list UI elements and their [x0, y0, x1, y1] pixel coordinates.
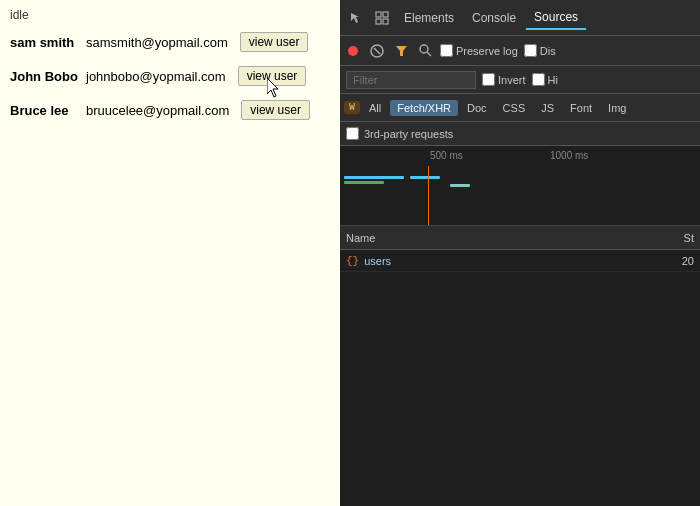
- user-row-2: John Bobo johnbobo@yopmail.com view user: [10, 66, 330, 86]
- w-badge[interactable]: W: [344, 101, 360, 114]
- svg-rect-3: [383, 19, 388, 24]
- svg-point-8: [420, 45, 428, 53]
- svg-marker-7: [396, 46, 407, 56]
- user-row-3: Bruce lee bruucelee@yopmail.com view use…: [10, 100, 330, 120]
- timeline-ruler: 500 ms 1000 ms: [340, 146, 700, 164]
- user-email-1: samsmith@yopmail.com: [86, 35, 228, 50]
- timeline-bar-1: [344, 176, 404, 179]
- devtools-panel: Elements Console Sources: [340, 0, 700, 506]
- timeline-bars: [340, 166, 700, 226]
- tab-console[interactable]: Console: [464, 7, 524, 29]
- type-btn-doc[interactable]: Doc: [460, 100, 494, 116]
- user-email-2: johnbobo@yopmail.com: [86, 69, 226, 84]
- third-party-row: 3rd-party requests: [340, 122, 700, 146]
- view-user-button-2[interactable]: view user: [238, 66, 307, 86]
- svg-rect-0: [376, 12, 381, 17]
- type-filter-bar: W All Fetch/XHR Doc CSS JS Font Img: [340, 94, 700, 122]
- hi-checkbox[interactable]: [532, 73, 545, 86]
- timeline-bar-3: [410, 176, 440, 179]
- timeline-area: 500 ms 1000 ms: [340, 146, 700, 226]
- type-btn-css[interactable]: CSS: [496, 100, 533, 116]
- ruler-mark-500: 500 ms: [430, 150, 463, 161]
- net-col-name-header: Name: [346, 232, 664, 244]
- left-panel: idle sam smith samsmith@yopmail.com view…: [0, 0, 340, 506]
- dis-label: Dis: [524, 44, 556, 57]
- status-text: idle: [10, 8, 29, 22]
- hi-label: Hi: [532, 73, 558, 86]
- net-rows: {} users 20: [340, 250, 700, 506]
- user-name-3: Bruce lee: [10, 103, 80, 118]
- dis-checkbox[interactable]: [524, 44, 537, 57]
- timeline-vline: [428, 166, 429, 226]
- user-name-1: sam smith: [10, 35, 80, 50]
- clear-icon[interactable]: [368, 42, 386, 60]
- user-row-1: sam smith samsmith@yopmail.com view user: [10, 32, 330, 52]
- record-icon[interactable]: [344, 42, 362, 60]
- preserve-log-checkbox[interactable]: [440, 44, 453, 57]
- svg-line-6: [374, 48, 380, 54]
- invert-checkbox[interactable]: [482, 73, 495, 86]
- net-row-users[interactable]: {} users 20: [340, 250, 700, 272]
- svg-line-9: [427, 52, 431, 56]
- type-btn-font[interactable]: Font: [563, 100, 599, 116]
- type-btn-img[interactable]: Img: [601, 100, 633, 116]
- net-table-header: Name St: [340, 226, 700, 250]
- devtools-cursor-icon[interactable]: [344, 6, 368, 30]
- view-user-button-1[interactable]: view user: [240, 32, 309, 52]
- search-icon[interactable]: [416, 42, 434, 60]
- svg-point-4: [348, 46, 358, 56]
- tab-sources[interactable]: Sources: [526, 6, 586, 30]
- filter-input[interactable]: [346, 71, 476, 89]
- filter-icon[interactable]: [392, 42, 410, 60]
- invert-label[interactable]: Invert: [482, 73, 526, 86]
- net-row-status: 20: [664, 255, 694, 267]
- svg-rect-2: [376, 19, 381, 24]
- network-toolbar: Preserve log Dis: [340, 36, 700, 66]
- user-email-3: bruucelee@yopmail.com: [86, 103, 229, 118]
- net-row-icon: {}: [346, 255, 359, 267]
- svg-rect-1: [383, 12, 388, 17]
- filter-bar: Invert Hi: [340, 66, 700, 94]
- type-btn-js[interactable]: JS: [534, 100, 561, 116]
- user-name-2: John Bobo: [10, 69, 80, 84]
- timeline-bar-4: [450, 184, 470, 187]
- status-bar: idle: [10, 8, 330, 22]
- view-user-button-3[interactable]: view user: [241, 100, 310, 120]
- third-party-checkbox[interactable]: [346, 127, 359, 140]
- net-row-name: users: [364, 255, 664, 267]
- net-col-status-header: St: [664, 232, 694, 244]
- devtools-tabs-bar: Elements Console Sources: [340, 0, 700, 36]
- tab-elements[interactable]: Elements: [396, 7, 462, 29]
- type-btn-fetchxhr[interactable]: Fetch/XHR: [390, 100, 458, 116]
- ruler-mark-1000: 1000 ms: [550, 150, 588, 161]
- preserve-log-label[interactable]: Preserve log: [440, 44, 518, 57]
- timeline-bar-2: [344, 181, 384, 184]
- third-party-label: 3rd-party requests: [364, 128, 453, 140]
- type-btn-all[interactable]: All: [362, 100, 388, 116]
- devtools-inspect-icon[interactable]: [370, 6, 394, 30]
